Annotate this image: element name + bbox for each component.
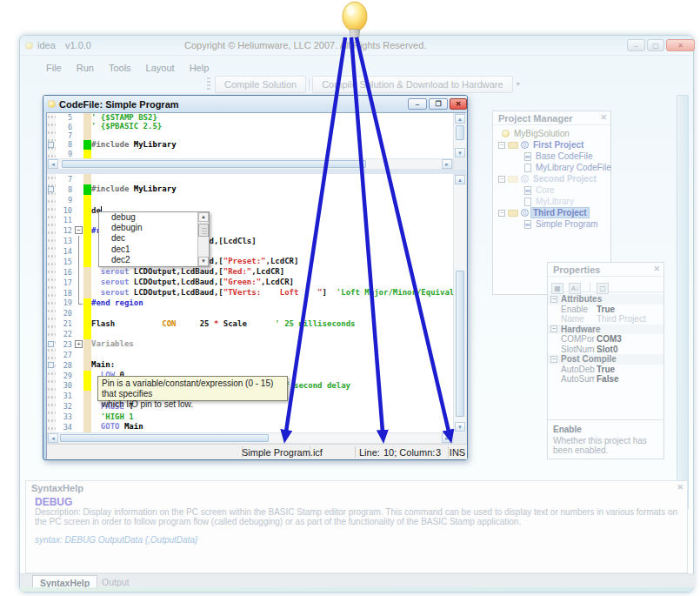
menu-file[interactable]: File	[46, 63, 62, 73]
menu-help[interactable]: Help	[190, 63, 210, 73]
category-collapse-icon[interactable]: −	[550, 325, 557, 332]
tree-item-mylibrary-codefile[interactable]: MyLibrary CodeFile	[497, 162, 610, 173]
property-row-enable[interactable]: EnableTrue	[548, 305, 663, 315]
v-scrollbar-bottom[interactable]: ▲ ▼	[453, 174, 467, 444]
code-text[interactable]: Flash CON 25 * Scale ' 25 milliseconds	[91, 320, 453, 328]
code-line-19[interactable]: 19#end region	[47, 298, 453, 309]
code-text[interactable]: serout LCDOutput,LcdBaud,["Green:",LcdCR…	[91, 278, 453, 286]
maximize-button[interactable]: ▢	[647, 39, 664, 51]
code-line-7[interactable]: 7	[47, 131, 453, 140]
code-line-34[interactable]: 34 GOTO Main	[47, 422, 453, 432]
autocomplete-item-dec1[interactable]: dec1	[99, 244, 209, 255]
scroll-down-icon[interactable]: ▼	[455, 148, 465, 157]
scroll-right-icon[interactable]: ►	[442, 433, 452, 443]
scroll-thumb[interactable]	[456, 125, 464, 140]
property-category-post-compile[interactable]: −Post Compile	[548, 354, 663, 365]
scroll-thumb[interactable]	[198, 224, 209, 237]
properties-close-icon[interactable]: ✕	[653, 265, 660, 273]
code-line-5[interactable]: 5' {$STAMP BS2}	[47, 113, 453, 122]
tree-collapse-icon[interactable]: −	[498, 142, 505, 149]
alphabetical-sort-icon[interactable]: A↓	[569, 283, 581, 294]
categorized-icon[interactable]: ▦	[551, 283, 563, 294]
code-line-22[interactable]: 22	[47, 329, 453, 339]
editor-pane-top[interactable]: 5' {$STAMP BS2}6' {$PBASIC 2.5}78#includ…	[47, 113, 453, 158]
code-line-21[interactable]: 21Flash CON 25 * Scale ' 25 milliseconds	[47, 318, 453, 329]
scroll-left-icon[interactable]: ◄	[48, 433, 58, 443]
code-line-18[interactable]: 18 serout LCDOutput,LcdBaud,["TVerts: Lo…	[47, 288, 453, 298]
category-collapse-icon[interactable]: −	[550, 296, 557, 303]
code-text[interactable]: ' {$PBASIC 2.5}	[91, 123, 453, 131]
scroll-thumb[interactable]	[60, 434, 269, 442]
h-scrollbar-bottom[interactable]: ◄ ►	[47, 432, 453, 444]
property-category-hardware[interactable]: −Hardware	[548, 325, 663, 335]
code-text[interactable]: serout LCDOutput,LcdBaud,["TVerts: Loft …	[91, 289, 453, 297]
toolbar-button-compile-solution[interactable]: Compile Solution	[215, 76, 306, 93]
syntax-help-title[interactable]: SyntaxHelp ✕	[26, 481, 687, 495]
code-text[interactable]: serout LCDOutput,LcdBaud,["Red:",LcdCR]	[91, 268, 453, 276]
code-restore-button[interactable]: ❐	[429, 98, 448, 110]
tree-item-mylibrary[interactable]: MyLibrary	[497, 196, 610, 207]
v-scrollbar-top[interactable]: ▲ ▼	[453, 113, 467, 170]
project-manager-title[interactable]: Project Manager ✕	[493, 111, 610, 125]
close-button[interactable]: ✕	[666, 39, 695, 51]
tree-item-second-project[interactable]: −0Second Project	[497, 173, 610, 184]
property-row-slotnumber[interactable]: SlotNumberSlot0	[548, 345, 663, 355]
fold-open-icon[interactable]: −	[75, 226, 83, 234]
dropdown-scrollbar[interactable]: ▲ ▼	[197, 212, 209, 266]
property-row-comport[interactable]: COMPortCOM3	[548, 334, 663, 345]
autocomplete-item-dec[interactable]: dec	[99, 233, 209, 244]
code-line-9[interactable]: 9	[47, 150, 453, 158]
code-line-6[interactable]: 6' {$PBASIC 2.5}	[47, 122, 453, 131]
code-close-button[interactable]: ✕	[450, 98, 467, 110]
syntax-help-close-icon[interactable]: ✕	[677, 483, 683, 492]
toolbar-overflow-chevron-icon[interactable]: ▾	[517, 80, 520, 88]
scroll-up-icon[interactable]: ▲	[455, 114, 465, 124]
code-minimize-button[interactable]: –	[408, 98, 427, 110]
code-window-title-bar[interactable]: CodeFile: Simple Program	[43, 96, 467, 112]
property-row-autodebug[interactable]: AutoDebugTrue	[548, 365, 663, 375]
category-collapse-icon[interactable]: −	[550, 356, 557, 363]
autocomplete-item-debugin[interactable]: debugin	[99, 223, 209, 233]
scroll-up-icon[interactable]: ▲	[455, 175, 465, 184]
scroll-down-icon[interactable]: ▼	[198, 257, 209, 266]
code-line-8[interactable]: 8#include MyLibrary	[47, 184, 453, 195]
property-row-autosummary[interactable]: AutoSummaryFalse	[548, 374, 663, 385]
code-line-27[interactable]: 27	[47, 350, 453, 360]
code-line-16[interactable]: 16 serout LCDOutput,LcdBaud,["Red:",LcdC…	[47, 267, 453, 278]
tree-item-mybigsolution[interactable]: MyBigSolution	[497, 128, 610, 139]
client-scroll-strip[interactable]	[677, 95, 689, 510]
code-text[interactable]: ' {$STAMP BS2}	[91, 114, 453, 122]
fold-closed-icon[interactable]: +	[75, 340, 83, 348]
scroll-thumb[interactable]	[62, 160, 366, 168]
scroll-up-icon[interactable]: ▲	[198, 212, 209, 222]
toolbar-button-compile-solution-download-to-hardware[interactable]: Compile Solution & Download to Hardware	[312, 76, 513, 93]
tree-item-simple-program[interactable]: mSimple Program	[497, 218, 610, 230]
code-text[interactable]: Variables	[91, 340, 453, 348]
code-line-9[interactable]: 9	[47, 195, 453, 205]
scroll-thumb[interactable]	[456, 271, 464, 417]
scroll-right-icon[interactable]: ►	[442, 159, 452, 169]
tree-collapse-icon[interactable]: −	[498, 176, 505, 183]
code-line-20[interactable]: 20	[47, 308, 453, 318]
project-manager-close-icon[interactable]: ✕	[600, 113, 607, 122]
code-line-33[interactable]: 33 'HIGH 1	[47, 412, 453, 422]
code-text[interactable]: #include MyLibrary	[91, 185, 453, 193]
property-pages-icon[interactable]: ▢	[597, 283, 609, 294]
code-text[interactable]: #end region	[91, 299, 453, 307]
tree-item-third-project[interactable]: −0Third Project	[497, 207, 610, 218]
minimize-button[interactable]: –	[627, 39, 645, 51]
menu-run[interactable]: Run	[77, 63, 94, 73]
h-scrollbar-top[interactable]: ◄ ►	[47, 158, 453, 170]
code-text[interactable]: GOTO Main	[91, 423, 453, 431]
tree-item-first-project[interactable]: −0First Project	[497, 139, 610, 151]
menu-tools[interactable]: Tools	[109, 63, 131, 73]
tree-collapse-icon[interactable]: −	[498, 210, 505, 217]
code-line-7[interactable]: 7	[47, 174, 453, 184]
scroll-down-icon[interactable]: ▼	[455, 422, 465, 432]
properties-title[interactable]: Properties ✕	[548, 263, 663, 277]
menu-layout[interactable]: Layout	[146, 63, 175, 73]
toolbar-grip[interactable]	[207, 77, 210, 90]
code-line-23[interactable]: 23+Variables	[47, 339, 453, 350]
tree-item-base-codefile[interactable]: mBase CodeFile	[497, 151, 610, 162]
code-text[interactable]: 'HIGH 1	[91, 413, 453, 421]
